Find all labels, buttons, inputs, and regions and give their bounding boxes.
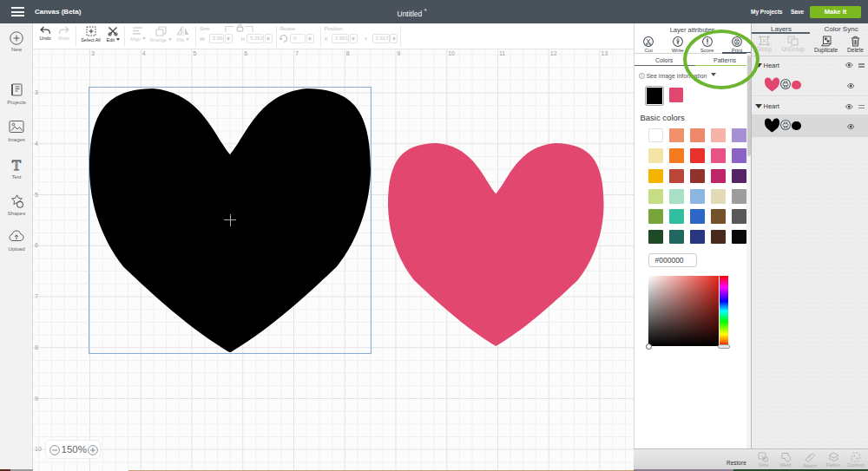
svg-text:T: T	[12, 157, 22, 172]
svg-text:i: i	[641, 73, 642, 78]
